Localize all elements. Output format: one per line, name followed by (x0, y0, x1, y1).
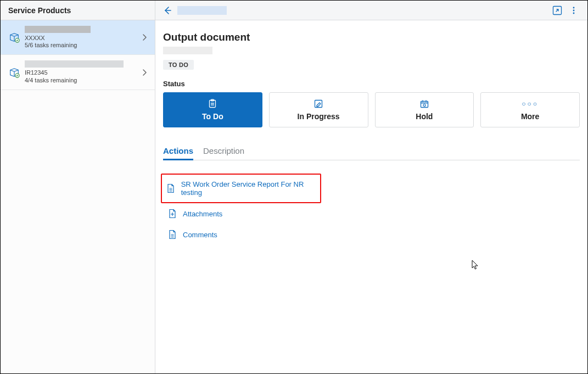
clipboard-icon (207, 99, 218, 109)
status-option-label: Hold (416, 112, 433, 121)
action-label: Attachments (183, 210, 222, 218)
status-option-todo[interactable]: To Do (163, 92, 262, 127)
status-option-more[interactable]: ○○○ More (480, 92, 580, 127)
edit-icon (313, 99, 324, 109)
sidebar-item-title (25, 60, 124, 68)
action-attachments[interactable]: Attachments (163, 203, 580, 224)
svg-point-2 (573, 9, 575, 11)
sidebar-item-subtitle: 4/4 tasks remaining (25, 77, 135, 84)
chevron-right-icon (139, 34, 149, 41)
box-icon (8, 66, 20, 79)
status-section-label: Status (163, 80, 580, 88)
document-icon (166, 183, 176, 193)
action-comments[interactable]: Comments (163, 224, 580, 245)
expand-icon[interactable] (549, 2, 565, 19)
highlight-annotation: SR Work Order Service Report For NR test… (161, 174, 321, 203)
svg-point-10 (423, 104, 425, 107)
sidebar-item-title (25, 26, 91, 33)
document-icon (167, 230, 177, 239)
sidebar-item-service-product-2[interactable]: IR12345 4/4 tasks remaining (1, 55, 155, 90)
status-option-label: More (521, 112, 539, 121)
tab-actions[interactable]: Actions (163, 143, 193, 160)
sidebar-item-code: XXXXX (25, 35, 135, 42)
detail-title: Output document (163, 31, 580, 43)
status-option-label: In Progress (298, 112, 340, 121)
more-icon: ○○○ (525, 99, 536, 109)
tab-description[interactable]: Description (203, 143, 244, 160)
breadcrumb (177, 6, 227, 15)
svg-point-3 (573, 12, 575, 14)
more-options-icon[interactable] (565, 2, 582, 19)
cursor-icon (472, 260, 479, 271)
svg-point-1 (573, 7, 575, 8)
chevron-right-icon (139, 69, 149, 76)
status-option-label: To Do (202, 112, 223, 121)
sidebar-item-service-product-1[interactable]: XXXXX 5/6 tasks remaining (1, 20, 155, 55)
status-option-hold[interactable]: Hold (375, 92, 474, 127)
sidebar-item-subtitle: 5/6 tasks remaining (25, 42, 135, 49)
action-label: SR Work Order Service Report For NR test… (181, 180, 316, 197)
action-service-report[interactable]: SR Work Order Service Report For NR test… (162, 175, 320, 202)
attachment-icon (167, 209, 177, 219)
action-label: Comments (183, 231, 217, 239)
detail-subtitle (163, 47, 212, 54)
back-button[interactable] (161, 4, 174, 17)
box-icon (8, 31, 20, 43)
sidebar-item-code: IR12345 (25, 69, 135, 76)
hold-icon (419, 99, 430, 109)
status-option-in-progress[interactable]: In Progress (269, 92, 368, 127)
page-title: Service Products (1, 1, 155, 20)
status-badge: TO DO (163, 60, 194, 70)
